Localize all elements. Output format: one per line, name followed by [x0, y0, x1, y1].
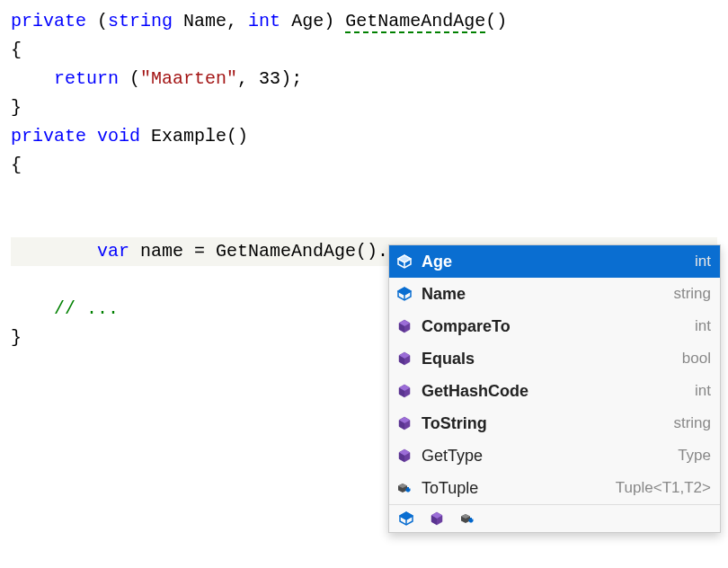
intellisense-item-label: ToTuple: [422, 479, 607, 498]
method-icon: [396, 318, 413, 334]
type-int: int: [248, 11, 280, 31]
keyword-private: private: [11, 126, 86, 146]
code-line: }: [11, 93, 717, 122]
intellisense-item-label: Age: [422, 253, 686, 271]
intellisense-item-label: GetHashCode: [422, 382, 686, 401]
intellisense-item-type: Tuple<T1,T2>: [616, 479, 711, 497]
intellisense-item-tostring[interactable]: ToStringstring: [389, 407, 720, 439]
code-line: {: [11, 36, 717, 65]
intellisense-item-age[interactable]: Ageint: [389, 245, 720, 278]
field-icon: [396, 286, 413, 302]
intellisense-item-type: string: [673, 414, 711, 432]
intellisense-item-type: string: [673, 285, 711, 303]
filter-extension-icon[interactable]: [459, 510, 475, 527]
code-line: private (string Name, int Age) GetNameAn…: [11, 7, 717, 36]
extension-icon: [396, 480, 413, 496]
intellisense-item-type: Type: [678, 447, 711, 465]
method-icon: [396, 415, 413, 431]
intellisense-item-totuple[interactable]: ToTupleTuple<T1,T2>: [389, 472, 720, 504]
intellisense-item-label: ToString: [422, 414, 664, 433]
method-name: GetNameAndAge: [345, 11, 485, 33]
field-icon: [396, 253, 413, 270]
keyword-return: return: [54, 68, 119, 89]
intellisense-item-gethashcode[interactable]: GetHashCodeint: [389, 375, 720, 407]
intellisense-item-equals[interactable]: Equalsbool: [389, 342, 720, 375]
intellisense-item-type: int: [695, 317, 711, 335]
intellisense-item-compareto[interactable]: CompareToint: [389, 310, 720, 342]
intellisense-item-label: CompareTo: [422, 317, 686, 336]
keyword-var: var: [97, 241, 129, 262]
intellisense-footer[interactable]: [389, 504, 720, 532]
method-name: Example: [151, 126, 226, 146]
filter-field-icon[interactable]: [398, 510, 414, 527]
method-icon: [396, 351, 413, 367]
number-literal: 33: [259, 68, 280, 89]
method-icon: [396, 448, 413, 464]
code-line: {: [11, 151, 717, 180]
keyword-private: private: [11, 11, 86, 31]
code-line: private void Example(): [11, 122, 717, 151]
filter-method-icon[interactable]: [429, 510, 445, 527]
string-literal: "Maarten": [140, 68, 237, 89]
code-line: return ("Maarten", 33);: [11, 65, 717, 93]
intellisense-item-type: bool: [682, 350, 711, 368]
intellisense-item-type: int: [695, 253, 711, 271]
intellisense-item-type: int: [695, 382, 711, 400]
intellisense-item-name[interactable]: Namestring: [389, 278, 720, 310]
keyword-void: void: [97, 126, 140, 146]
comment: // ...: [54, 298, 119, 319]
intellisense-list: AgeintNamestringCompareTointEqualsboolGe…: [389, 245, 720, 504]
intellisense-item-label: Equals: [422, 350, 673, 368]
intellisense-item-gettype[interactable]: GetTypeType: [389, 439, 720, 472]
intellisense-popup[interactable]: AgeintNamestringCompareTointEqualsboolGe…: [388, 244, 721, 533]
method-icon: [396, 383, 413, 399]
intellisense-item-label: Name: [422, 285, 664, 304]
type-string: string: [108, 11, 173, 31]
intellisense-item-label: GetType: [422, 447, 669, 466]
